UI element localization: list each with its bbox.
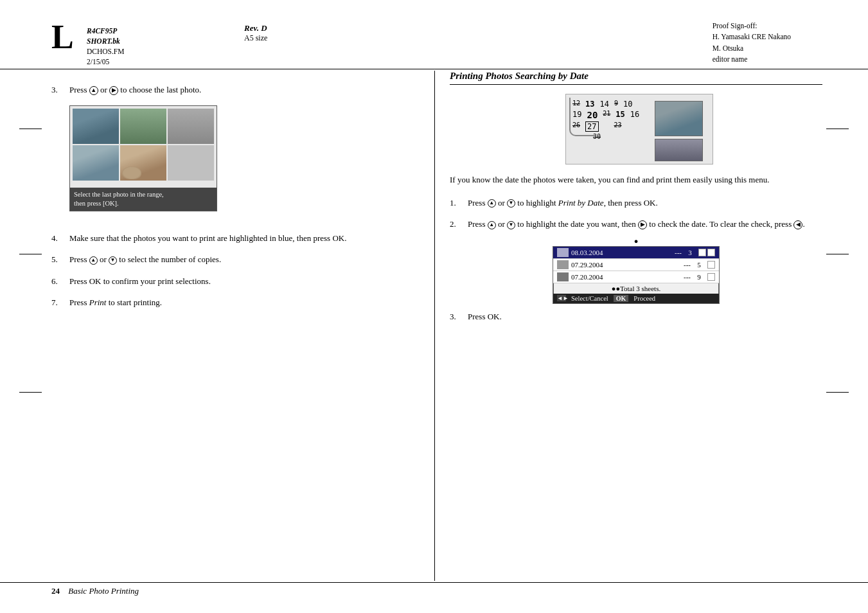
photo-tooltip: Select the last photo in the range, then… xyxy=(70,188,217,210)
step-5-num: 5. xyxy=(51,253,69,266)
down-icon-5: ▼ xyxy=(109,256,117,265)
date-list-total: ●●Total 3 sheets. xyxy=(553,283,719,294)
header-right: Proof Sign-off: H. Yamasaki CRE Nakano M… xyxy=(713,21,791,65)
photo-tooltip-line2: then press [OK]. xyxy=(74,199,213,208)
date-row-3: 07.20.2004 --- 9 xyxy=(553,271,719,283)
photo-cell-4 xyxy=(73,145,119,181)
check-3 xyxy=(707,273,715,281)
dash-2: --- xyxy=(684,261,691,269)
step-6-text: Press OK to confirm your print selection… xyxy=(69,275,211,288)
up-icon-r1a: ▲ xyxy=(488,199,496,208)
dash-3: --- xyxy=(684,273,691,281)
calendar-visual: 12 13 14 9 10 19 20 21 15 16 26 xyxy=(565,94,707,164)
section-title: Printing Photos Searching by Date xyxy=(450,71,822,85)
right-step-3: 3. Press OK. xyxy=(450,310,822,323)
ok-badge: OK xyxy=(614,295,629,302)
date-icon-3 xyxy=(557,272,569,281)
photo-grid-inner xyxy=(70,106,217,183)
check-2 xyxy=(707,261,715,269)
up-icon-5: ▲ xyxy=(89,256,98,265)
side-mark-right-1 xyxy=(826,129,849,129)
down-icon-r2b: ▼ xyxy=(507,221,515,229)
right-step-1: 1. Press ▲ or ▼ to highlight Print by Da… xyxy=(450,197,822,209)
date-row-2: 07.29.2004 --- 5 xyxy=(553,259,719,271)
side-mark-right-3 xyxy=(826,392,849,393)
footer-proceed-label: Proceed xyxy=(633,295,655,302)
footer-select-label: Select/Cancel xyxy=(571,295,608,302)
right-step-1-text: Press ▲ or ▼ to highlight Print by Date,… xyxy=(468,197,658,209)
check-1: ○ xyxy=(698,249,706,256)
step-6-num: 6. xyxy=(51,275,69,288)
footer: 24 Basic Photo Printing xyxy=(0,582,868,601)
down-icon-r1b: ▼ xyxy=(507,199,515,208)
date-list-footer: ◄► Select/Cancel OK Proceed xyxy=(553,294,719,303)
step-3: 3. Press ▲ or ▶ to choose the last photo… xyxy=(51,84,385,96)
date-icon-1 xyxy=(557,248,569,257)
side-mark-right-2 xyxy=(826,254,849,254)
date-text-2: 07.29.2004 xyxy=(571,261,681,269)
rev-label: Rev. D xyxy=(244,23,267,33)
right-column: Printing Photos Searching by Date 12 13 … xyxy=(450,71,822,332)
step-7-num: 7. xyxy=(51,296,69,309)
date-row-1: 08.03.2004 --- 3 ○ ✓ xyxy=(553,247,719,259)
page-title: Basic Photo Printing xyxy=(68,586,139,596)
proof-line4: editor name xyxy=(713,54,791,65)
right-step-2: 2. Press ▲ or ▼ to highlight the date yo… xyxy=(450,218,822,231)
photo-cell-6 xyxy=(168,145,214,181)
step-5: 5. Press ▲ or ▼ to select the number of … xyxy=(51,253,385,266)
header-center: Rev. D A5 size xyxy=(244,23,267,43)
step-6: 6. Press OK to confirm your print select… xyxy=(51,275,385,288)
left-icon-r2d: ◀ xyxy=(793,220,802,229)
right-intro: If you know the date the photos were tak… xyxy=(450,173,822,186)
column-divider xyxy=(434,71,435,581)
photo-tooltip-line1: Select the last photo in the range, xyxy=(74,190,213,199)
page-container: L R4CF95P SHORT.bk DCHOS.FM 2/15/05 Rev.… xyxy=(0,0,868,613)
dash-1: --- xyxy=(675,249,682,256)
step-5-text: Press ▲ or ▼ to select the number of cop… xyxy=(69,253,221,266)
check-mark-1: ✓ xyxy=(707,249,715,256)
right-icon-r2c: ▶ xyxy=(638,220,647,229)
big-letter: L xyxy=(51,21,74,54)
right-step-3-num: 3. xyxy=(450,310,468,323)
proof-line3: M. Otsuka xyxy=(713,43,791,54)
step-7: 7. Press Print to start printing. xyxy=(51,296,385,309)
count-1: 3 xyxy=(684,249,696,256)
print-by-date-label: Print by Date xyxy=(558,198,604,208)
photo-grid-container: Select the last photo in the range, then… xyxy=(69,105,236,224)
right-step-3-text: Press OK. xyxy=(468,310,502,323)
file-line4: 2/15/05 xyxy=(87,57,124,67)
step-3-text: Press ▲ or ▶ to choose the last photo. xyxy=(69,84,201,96)
nav-arrow-icon: ◄► xyxy=(557,295,566,301)
page-number: 24 xyxy=(51,586,60,596)
step-7-text: Press Print to start printing. xyxy=(69,296,162,309)
photo-cell-2 xyxy=(120,109,166,144)
right-step-1-num: 1. xyxy=(450,197,468,209)
date-list-img: 08.03.2004 --- 3 ○ ✓ 07.29.2004 --- 5 xyxy=(553,246,720,304)
right-step-2-num: 2. xyxy=(450,218,468,231)
file-line1: R4CF95P xyxy=(87,27,117,35)
right-step-2-text: Press ▲ or ▼ to highlight the date you w… xyxy=(468,218,805,231)
date-list-container: ● 08.03.2004 --- 3 ○ ✓ 07.29.2004 xyxy=(553,237,720,304)
print-label: Print xyxy=(89,298,107,307)
photo-grid: Select the last photo in the range, then… xyxy=(69,105,217,211)
count-2: 5 xyxy=(693,261,705,269)
side-mark-left-2 xyxy=(19,254,42,254)
header: L R4CF95P SHORT.bk DCHOS.FM 2/15/05 Rev.… xyxy=(0,12,868,69)
step-4-num: 4. xyxy=(51,232,69,245)
file-line3: DCHOS.FM xyxy=(87,46,124,57)
date-text-3: 07.20.2004 xyxy=(571,273,681,281)
rev-size: A5 size xyxy=(244,33,267,43)
step-4-text: Make sure that the photos you want to pr… xyxy=(69,232,346,245)
up-btn-icon: ▲ xyxy=(89,86,98,95)
file-info: R4CF95P SHORT.bk DCHOS.FM 2/15/05 xyxy=(87,26,124,67)
proof-line1: Proof Sign-off: xyxy=(713,21,791,31)
file-line2: SHORT.bk xyxy=(87,37,120,45)
step-3-num: 3. xyxy=(51,84,69,96)
photo-cell-3 xyxy=(168,109,214,144)
count-3: 9 xyxy=(693,273,705,281)
up-icon-r2a: ▲ xyxy=(488,221,496,229)
left-column: 3. Press ▲ or ▶ to choose the last photo… xyxy=(51,71,385,318)
date-text-1: 08.03.2004 xyxy=(571,249,672,256)
step-4: 4. Make sure that the photos you want to… xyxy=(51,232,385,245)
right-btn-icon: ▶ xyxy=(109,86,118,95)
